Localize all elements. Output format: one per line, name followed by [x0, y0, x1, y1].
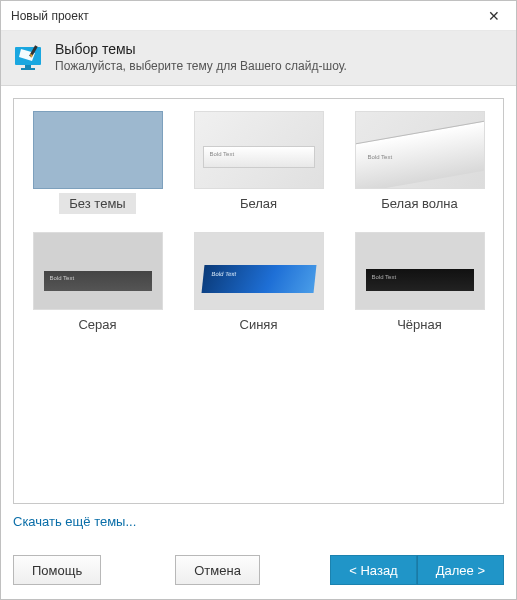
close-button[interactable]: ✕	[471, 1, 516, 31]
back-button[interactable]: < Назад	[330, 555, 416, 585]
window-title: Новый проект	[11, 9, 89, 23]
help-button[interactable]: Помощь	[13, 555, 101, 585]
theme-thumbnail: Bold Text	[33, 232, 163, 310]
theme-item-wave[interactable]: Bold Text Белая волна	[346, 111, 493, 214]
theme-label: Синяя	[230, 314, 288, 335]
theme-item-black[interactable]: Bold Text Чёрная	[346, 232, 493, 335]
footer-buttons: Помощь Отмена < Назад Далее >	[1, 545, 516, 599]
cancel-button[interactable]: Отмена	[175, 555, 260, 585]
theme-item-blue[interactable]: Bold Text Синяя	[185, 232, 332, 335]
header-subtitle: Пожалуйста, выберите тему для Вашего сла…	[55, 59, 347, 73]
theme-item-white[interactable]: Bold Text Белая	[185, 111, 332, 214]
svg-rect-2	[21, 68, 35, 70]
theme-label: Чёрная	[387, 314, 452, 335]
svg-rect-1	[25, 65, 31, 68]
theme-grid: Без темы Bold Text Белая Bold Text Белая…	[24, 111, 493, 335]
content-area: Без темы Bold Text Белая Bold Text Белая…	[1, 86, 516, 545]
next-button[interactable]: Далее >	[417, 555, 504, 585]
theme-thumbnail: Bold Text	[355, 232, 485, 310]
theme-icon	[13, 41, 45, 73]
theme-thumbnail: Bold Text	[355, 111, 485, 189]
nav-button-group: < Назад Далее >	[330, 555, 504, 585]
theme-thumbnail: Bold Text	[194, 232, 324, 310]
header-text: Выбор темы Пожалуйста, выберите тему для…	[55, 41, 347, 73]
theme-item-none[interactable]: Без темы	[24, 111, 171, 214]
titlebar: Новый проект ✕	[1, 1, 516, 31]
theme-item-gray[interactable]: Bold Text Серая	[24, 232, 171, 335]
theme-thumbnail	[33, 111, 163, 189]
dialog-window: Новый проект ✕ Выбор темы Пожалуйста, вы…	[0, 0, 517, 600]
theme-label: Без темы	[59, 193, 135, 214]
theme-label: Серая	[68, 314, 126, 335]
theme-list-box: Без темы Bold Text Белая Bold Text Белая…	[13, 98, 504, 504]
close-icon: ✕	[488, 8, 500, 24]
wizard-header: Выбор темы Пожалуйста, выберите тему для…	[1, 31, 516, 86]
theme-label: Белая волна	[371, 193, 468, 214]
theme-thumbnail: Bold Text	[194, 111, 324, 189]
header-title: Выбор темы	[55, 41, 347, 57]
theme-label: Белая	[230, 193, 287, 214]
download-more-themes-link[interactable]: Скачать ещё темы...	[13, 514, 504, 529]
